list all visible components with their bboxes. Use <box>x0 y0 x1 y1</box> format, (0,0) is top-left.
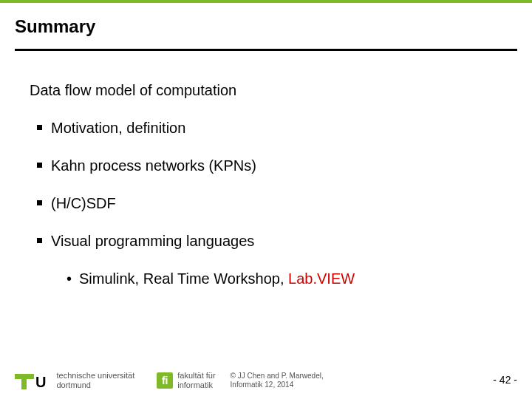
bullet-item: Motivation, definition <box>37 118 502 138</box>
intro-text: Data flow model of computation <box>30 81 502 100</box>
sub-bullet-item: • Simulink, Real Time Workshop, Lab.VIEW <box>66 269 502 289</box>
copy-line2: Informatik 12, 2014 <box>231 381 324 389</box>
fi-logo-block: fi fakultät für informatik <box>157 371 215 390</box>
bullet-item: (H/C)SDF <box>37 194 502 214</box>
square-bullet-icon <box>37 163 42 168</box>
title-block: Summary <box>0 3 532 44</box>
bullet-item: Visual programming languages <box>37 231 502 251</box>
content: Data flow model of computation Motivatio… <box>0 51 532 289</box>
bullet-text: (H/C)SDF <box>51 194 116 214</box>
bullet-text: Kahn process networks (KPNs) <box>51 156 256 176</box>
square-bullet-icon <box>37 200 42 205</box>
fi-line2: informatik <box>177 381 215 390</box>
fi-logo-icon: fi <box>157 372 173 389</box>
tu-t-icon <box>15 372 34 389</box>
bullet-text: Visual programming languages <box>51 231 254 251</box>
bullet-item: Kahn process networks (KPNs) <box>37 156 502 176</box>
sub-red: Lab.VIEW <box>288 270 355 287</box>
tu-u-letter: U <box>35 375 46 389</box>
uni-line2: dortmund <box>56 381 134 390</box>
dot-bullet-icon: • <box>66 269 72 289</box>
bullet-text: Motivation, definition <box>51 118 185 138</box>
tu-logo: U <box>15 372 46 389</box>
footer: U technische universität dortmund fi fak… <box>0 371 532 390</box>
copy-line1: © JJ Chen and P. Marwedel, <box>231 372 324 381</box>
sub-bullet-text: Simulink, Real Time Workshop, Lab.VIEW <box>79 269 355 289</box>
sub-pre: Simulink, Real Time Workshop, <box>79 270 288 287</box>
square-bullet-icon <box>37 125 42 130</box>
page-number: - 42 - <box>493 374 517 386</box>
footer-left: U technische universität dortmund <box>15 371 134 390</box>
fi-line1: fakultät für <box>177 371 215 381</box>
slide-title: Summary <box>15 16 517 37</box>
faculty-name: fakultät für informatik <box>177 371 215 390</box>
square-bullet-icon <box>37 238 42 243</box>
copyright: © JJ Chen and P. Marwedel, Informatik 12… <box>231 372 324 389</box>
uni-line1: technische universität <box>56 371 134 381</box>
university-name: technische universität dortmund <box>56 371 134 390</box>
slide: Summary Data flow model of computation M… <box>0 0 532 399</box>
